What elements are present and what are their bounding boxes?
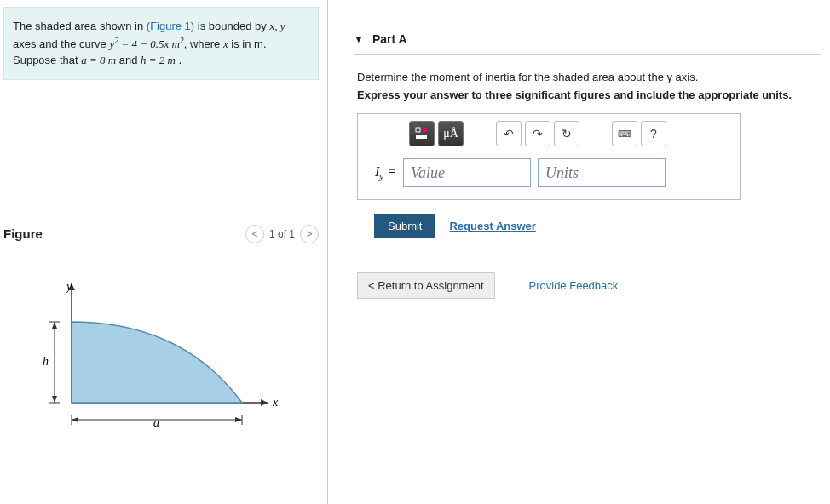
return-button[interactable]: < Return to Assignment <box>357 272 495 299</box>
next-figure-button[interactable]: > <box>300 225 319 243</box>
svg-marker-8 <box>52 396 57 403</box>
units-input[interactable] <box>538 158 666 187</box>
figure-section: Figure < 1 of 1 > y x <box>3 225 319 431</box>
redo-button[interactable]: ↷ <box>525 121 550 146</box>
prev-figure-button[interactable]: < <box>245 225 264 243</box>
svg-marker-7 <box>52 322 57 329</box>
undo-button[interactable]: ↶ <box>496 121 522 146</box>
figure-header: Figure < 1 of 1 > <box>3 225 319 249</box>
figure-link[interactable]: (Figure 1) <box>147 20 194 32</box>
a-label: a <box>153 416 159 428</box>
answer-box: μÅ ↶ ↷ ↻ ⌨ ? Iy = <box>357 113 741 200</box>
svg-rect-14 <box>416 128 420 132</box>
part-a-header[interactable]: ▼ Part A <box>354 26 821 55</box>
answer-toolbar: μÅ ↶ ↷ ↻ ⌨ ? <box>358 114 740 153</box>
y-axis-label: y <box>65 280 72 293</box>
keyboard-button[interactable]: ⌨ <box>612 121 637 146</box>
answer-input-row: Iy = <box>358 153 740 199</box>
instruction-1: Determine the moment of inertia for the … <box>357 71 821 83</box>
left-column: The shaded area shown in (Figure 1) is b… <box>0 0 328 504</box>
a-value: a = 8 m <box>81 54 116 66</box>
pager-text: 1 of 1 <box>269 228 295 240</box>
figure-pager: < 1 of 1 > <box>245 225 319 243</box>
svg-rect-16 <box>416 135 427 139</box>
reset-button[interactable]: ↻ <box>554 121 579 146</box>
figure-image: y x h a <box>3 275 319 431</box>
help-button[interactable]: ? <box>641 121 666 146</box>
feedback-link[interactable]: Provide Feedback <box>529 279 619 292</box>
x-axis-label: x <box>272 396 279 409</box>
svg-marker-13 <box>235 417 242 422</box>
collapse-icon: ▼ <box>354 33 364 45</box>
h-label: h <box>43 355 49 368</box>
templates-button[interactable] <box>409 121 435 146</box>
units-picker-button[interactable]: μÅ <box>438 121 464 146</box>
instruction-2: Express your answer to three significant… <box>357 89 821 101</box>
h-value: h = 2 m <box>141 54 176 66</box>
value-input[interactable] <box>403 158 531 187</box>
problem-text: The shaded area shown in <box>13 20 147 32</box>
footer-row: < Return to Assignment Provide Feedback <box>357 272 821 299</box>
request-answer-link[interactable]: Request Answer <box>449 220 535 232</box>
part-a-body: Determine the moment of inertia for the … <box>354 55 821 299</box>
submit-button[interactable]: Submit <box>374 214 435 238</box>
submit-row: Submit Request Answer <box>357 214 821 238</box>
svg-rect-15 <box>423 128 427 132</box>
right-column: ▼ Part A Determine the moment of inertia… <box>328 0 830 504</box>
problem-statement: The shaded area shown in (Figure 1) is b… <box>3 7 319 80</box>
svg-marker-12 <box>72 417 78 422</box>
part-a-title: Part A <box>372 32 407 46</box>
variable-label: Iy = <box>375 164 396 181</box>
figure-title: Figure <box>3 226 245 241</box>
svg-marker-2 <box>261 399 268 406</box>
equation: y2 = 4 − 0.5x m2 <box>109 37 183 50</box>
